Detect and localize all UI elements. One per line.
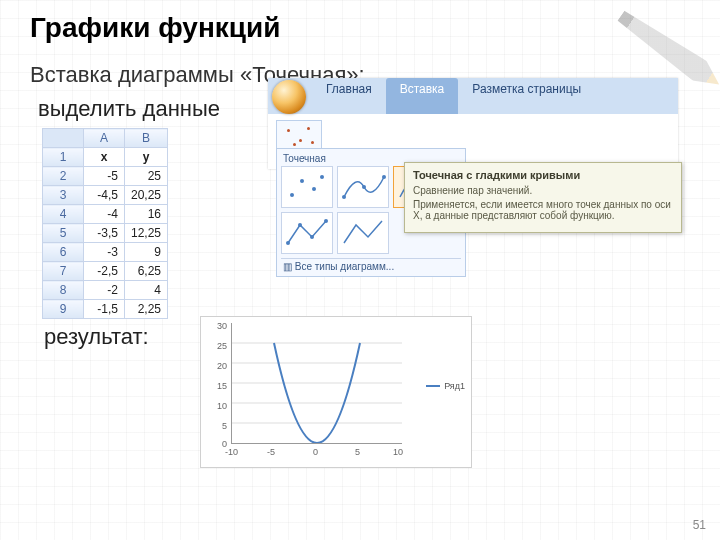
svg-point-3: [320, 175, 324, 179]
cell[interactable]: 25: [125, 167, 168, 186]
tab-home[interactable]: Главная: [312, 78, 386, 114]
office-button-icon[interactable]: [272, 80, 306, 114]
svg-point-6: [382, 175, 386, 179]
ytick: 25: [203, 341, 227, 351]
gallery-scatter-markers[interactable]: [281, 166, 333, 208]
gallery-scatter-smooth-markers[interactable]: [337, 166, 389, 208]
row-header[interactable]: 7: [43, 262, 84, 281]
svg-point-7: [286, 241, 290, 245]
tooltip-line: Применяется, если имеется много точек да…: [413, 199, 673, 221]
cell[interactable]: 4: [125, 281, 168, 300]
bar-icon: ▥: [283, 261, 292, 272]
page-number: 51: [693, 518, 706, 532]
svg-point-0: [290, 193, 294, 197]
cell[interactable]: -3: [84, 243, 125, 262]
legend-swatch: [426, 385, 440, 387]
xtick: 5: [355, 447, 360, 457]
cell[interactable]: 20,25: [125, 186, 168, 205]
gallery-scatter-lines-markers[interactable]: [281, 212, 333, 254]
svg-point-2: [312, 187, 316, 191]
svg-point-1: [300, 179, 304, 183]
cell[interactable]: 6,25: [125, 262, 168, 281]
ytick: 10: [203, 401, 227, 411]
tab-page-layout[interactable]: Разметка страницы: [458, 78, 595, 114]
row-header[interactable]: 8: [43, 281, 84, 300]
svg-point-4: [342, 195, 346, 199]
cell[interactable]: -2: [84, 281, 125, 300]
ytick: 30: [203, 321, 227, 331]
cell[interactable]: y: [125, 148, 168, 167]
ytick: 15: [203, 381, 227, 391]
xtick: -5: [267, 447, 275, 457]
ytick: 0: [203, 439, 227, 449]
tooltip-line: Сравнение пар значений.: [413, 185, 673, 196]
tooltip-title: Точечная с гладкими кривыми: [413, 169, 673, 181]
xtick: -10: [225, 447, 238, 457]
result-label: результат:: [44, 324, 149, 350]
page-title: Графики функций: [0, 0, 720, 48]
row-header[interactable]: 4: [43, 205, 84, 224]
cell[interactable]: -3,5: [84, 224, 125, 243]
row-header[interactable]: 5: [43, 224, 84, 243]
select-data-label: выделить данные: [38, 96, 220, 122]
tab-insert[interactable]: Вставка: [386, 78, 459, 114]
sheet-corner[interactable]: [43, 129, 84, 148]
svg-point-8: [298, 223, 302, 227]
xtick: 0: [313, 447, 318, 457]
row-header[interactable]: 6: [43, 243, 84, 262]
cell[interactable]: 9: [125, 243, 168, 262]
row-header[interactable]: 2: [43, 167, 84, 186]
spreadsheet: A B 1xy 2-525 3-4,520,25 4-416 5-3,512,2…: [42, 128, 168, 319]
xtick: 10: [393, 447, 403, 457]
cell[interactable]: 16: [125, 205, 168, 224]
chart-legend: Ряд1: [426, 381, 465, 391]
cell[interactable]: 12,25: [125, 224, 168, 243]
legend-label: Ряд1: [444, 381, 465, 391]
cell[interactable]: x: [84, 148, 125, 167]
ytick: 20: [203, 361, 227, 371]
row-header[interactable]: 3: [43, 186, 84, 205]
svg-point-5: [362, 185, 366, 189]
col-header-a[interactable]: A: [84, 129, 125, 148]
gallery-scatter-lines[interactable]: [337, 212, 389, 254]
cell[interactable]: -5: [84, 167, 125, 186]
col-header-b[interactable]: B: [125, 129, 168, 148]
parabola-plot: [231, 323, 402, 444]
row-header[interactable]: 1: [43, 148, 84, 167]
chart-type-tooltip: Точечная с гладкими кривыми Сравнение па…: [404, 162, 682, 233]
svg-point-10: [324, 219, 328, 223]
cell[interactable]: -4: [84, 205, 125, 224]
cell[interactable]: -2,5: [84, 262, 125, 281]
cell[interactable]: -4,5: [84, 186, 125, 205]
result-chart: 30 25 20 15 10 5 0 -10 -5 0 5 10 Ряд1: [200, 316, 472, 468]
svg-point-9: [310, 235, 314, 239]
ytick: 5: [203, 421, 227, 431]
all-chart-types-link[interactable]: ▥ Все типы диаграмм...: [281, 258, 461, 274]
